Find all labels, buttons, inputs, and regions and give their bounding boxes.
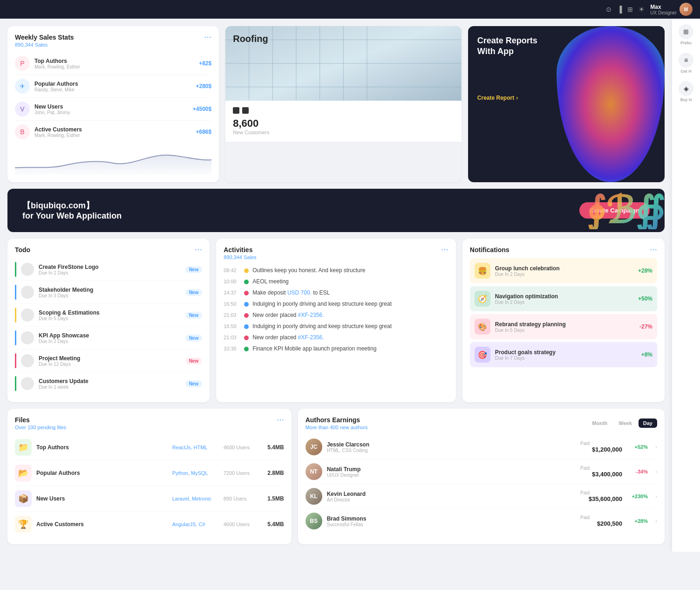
- activities-menu[interactable]: ⋯: [441, 246, 449, 254]
- new-users-name: New Users: [34, 103, 70, 110]
- file-tags: Python, MySQL: [172, 470, 219, 476]
- notif-value: +8%: [641, 351, 652, 358]
- file-row: 🏆 Active Customers AngularJS, C# 4600 Us…: [15, 512, 284, 537]
- activity-item: 10:30 Finance KPI Mobile app launch prep…: [224, 343, 449, 354]
- todo-item: Scoping & Estimations Due In 5 Days New: [15, 304, 202, 327]
- todo-avatar: [21, 354, 34, 367]
- panel-label: Buy N: [680, 97, 692, 102]
- roofing-title: Roofing: [233, 34, 268, 44]
- todo-item: KPI App Showcase Due In 2 Days New: [15, 327, 202, 350]
- new-users-desc: John, Pat, Jimmy: [34, 110, 70, 115]
- activity-item: 14:37 Make deposit USD 700. to ESL: [224, 287, 449, 298]
- file-size: 2.8MB: [261, 470, 284, 476]
- activity-link[interactable]: USD 700.: [287, 289, 312, 296]
- activity-item: 21:03 New order placed #XF-2356.: [224, 309, 449, 321]
- notification-item: 🎯 Product goals strategy Due In 7 Days +…: [470, 342, 657, 367]
- new-users-icon: V: [15, 102, 30, 117]
- author-row: JC Jessie Clarcson HTML, CSS Coding Paid…: [306, 435, 657, 460]
- author-change: +28%: [627, 518, 648, 524]
- chevron-right-icon: ›: [655, 444, 657, 450]
- top-authors-name: Top Authors: [34, 58, 80, 64]
- author-info: Kevin Leonard Art Director: [327, 491, 576, 502]
- activity-link[interactable]: #XF-2356.: [298, 312, 324, 318]
- author-avatar: NT: [306, 463, 322, 480]
- user-name: Max: [650, 4, 677, 10]
- stats-list: P Top Authors Mark, Rowling, Esther +82$…: [15, 52, 211, 143]
- activities-subtitle: 890,344 Sales: [224, 254, 256, 260]
- activities-title: Activities: [224, 246, 256, 254]
- customers-block: 8,600 New Customers: [225, 101, 462, 142]
- todo-bar: [15, 285, 16, 300]
- panel-icon: ◈: [679, 81, 693, 96]
- stat-active-customers: B Active Customers Mark, Rowling, Esther…: [15, 121, 211, 143]
- notifications-menu[interactable]: ⋯: [650, 246, 657, 254]
- roofing-card: Roofing 8,600 New Customers: [225, 26, 462, 182]
- notif-value: -27%: [639, 323, 652, 330]
- stat-new-users: V New Users John, Pat, Jimmy +4500$: [15, 98, 211, 121]
- todo-info: Create FireStone Logo Due In 2 Days: [39, 264, 181, 275]
- reports-card: Create Reports With App Create Report ›: [468, 26, 665, 182]
- panel-icon: ≡: [679, 53, 693, 68]
- notification-item: 🧭 Navigation optimization Due In 2 Days …: [470, 286, 657, 311]
- tab-month[interactable]: Month: [587, 418, 612, 428]
- panel-item-buyn[interactable]: ◈ Buy N: [679, 81, 693, 102]
- campaign-subtitle: 【biqubiqo.com】: [22, 200, 122, 211]
- todo-avatar: [21, 286, 34, 299]
- roofing-image: Roofing: [225, 26, 462, 101]
- user-role: UX Designer: [650, 10, 677, 15]
- files-card: Files Over 100 pending files ⋯ 📁 Top Aut…: [7, 409, 292, 544]
- top-authors-icon: P: [15, 56, 30, 71]
- panel-item-prebu[interactable]: ⊞ Prebu: [679, 24, 693, 45]
- notif-icon: 🎯: [475, 347, 490, 363]
- stat-top-authors: P Top Authors Mark, Rowling, Esther +82$: [15, 52, 211, 75]
- create-campaign-button[interactable]: Create Campaign: [579, 202, 650, 219]
- campaign-text: 【biqubiqo.com】 for Your Web Application: [22, 200, 122, 221]
- todo-avatar: [21, 331, 34, 344]
- active-customers-desc: Mark, Rowling, Esther: [34, 133, 82, 138]
- files-menu[interactable]: ⋯: [277, 416, 284, 424]
- todo-badge: New: [185, 357, 203, 364]
- todo-menu[interactable]: ⋯: [195, 246, 202, 254]
- activity-dot: [244, 268, 249, 273]
- active-customers-icon: B: [15, 124, 30, 139]
- weekly-sales-card: Weekly Sales Stats 890,344 Sales ⋯ P Top…: [7, 26, 219, 182]
- chevron-right-icon: ›: [655, 468, 657, 475]
- notif-icon: 🎨: [475, 319, 490, 335]
- create-report-button[interactable]: Create Report ›: [477, 95, 655, 101]
- files-list: 📁 Top Authors ReactJs, HTML 4600 Users 5…: [15, 435, 284, 537]
- panel-item-geth[interactable]: ≡ Get H: [679, 53, 693, 74]
- campaign-card: 【biqubiqo.com】 for Your Web Application …: [7, 189, 665, 232]
- mini-chart: [15, 147, 211, 175]
- author-avatar: KL: [306, 488, 322, 505]
- activity-dot: [244, 336, 249, 340]
- todo-avatar: [21, 309, 34, 322]
- todo-badge: New: [185, 266, 203, 273]
- todo-list: Create FireStone Logo Due In 2 Days New …: [15, 258, 202, 395]
- stat-popular-authors: ✈ Popular Authors Randy, Steve, Mike +28…: [15, 75, 211, 98]
- notif-icon: 🧭: [475, 291, 490, 307]
- apps-icon[interactable]: ⊞: [627, 6, 633, 13]
- activity-item: 10:00 AEOL meeting: [224, 276, 449, 287]
- file-row: 📦 New Users Laravel, Metronic 890 Users …: [15, 486, 284, 512]
- theme-icon[interactable]: ☀: [639, 6, 645, 13]
- notif-info: Product goals strategy Due In 7 Days: [495, 349, 637, 361]
- period-tabs: Month Week Day: [587, 418, 657, 428]
- tab-week[interactable]: Week: [614, 418, 637, 428]
- reports-content: Create Reports With App Create Report ›: [468, 26, 665, 109]
- file-users: 4600 Users: [224, 521, 256, 527]
- activity-link[interactable]: #XF-2356.: [298, 334, 324, 341]
- author-avatar: JC: [306, 439, 322, 455]
- todo-bar: [15, 330, 16, 345]
- panel-label: Prebu: [680, 41, 692, 45]
- user-avatar[interactable]: M: [680, 3, 693, 16]
- file-users: 4600 Users: [224, 445, 256, 450]
- tab-day[interactable]: Day: [639, 418, 657, 428]
- weekly-sales-menu[interactable]: ⋯: [204, 34, 211, 41]
- todo-bar: [15, 353, 16, 368]
- right-panel: ⊞ Prebu ≡ Get H ◈ Buy N: [672, 19, 700, 552]
- author-row: KL Kevin Leonard Art Director Paid $35,6…: [306, 484, 657, 509]
- notif-icon: 🍔: [475, 263, 490, 279]
- notif-info: Navigation optimization Due In 2 Days: [495, 293, 633, 305]
- popular-authors-icon: ✈: [15, 79, 30, 94]
- search-icon[interactable]: ⊙: [606, 6, 612, 13]
